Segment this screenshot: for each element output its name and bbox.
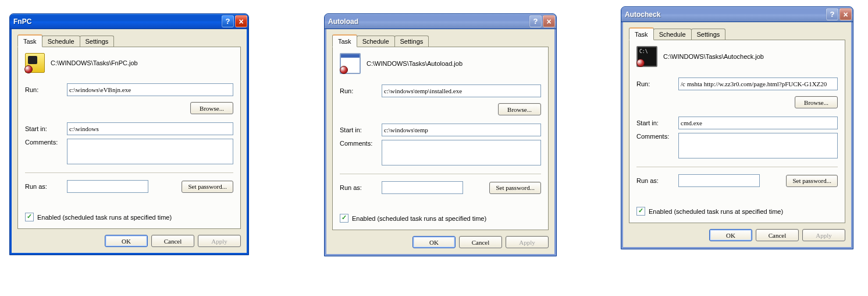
enabled-label: Enabled (scheduled task runs at specifie… <box>649 208 783 215</box>
cancel-button[interactable]: Cancel <box>756 229 799 241</box>
job-path: C:\WINDOWS\Tasks\FnPC.job <box>51 59 138 66</box>
run-input[interactable] <box>67 83 233 96</box>
apply-button[interactable]: Apply <box>198 235 241 247</box>
titlebar[interactable]: FnPC ? × <box>10 14 248 29</box>
start-in-input[interactable] <box>382 124 541 136</box>
set-password-button[interactable]: Set password... <box>489 182 541 194</box>
apply-button[interactable]: Apply <box>802 229 845 241</box>
enabled-checkbox[interactable] <box>636 207 645 216</box>
run-as-label: Run as: <box>25 183 67 190</box>
dialog-buttons: OK Cancel Apply <box>332 236 549 248</box>
browse-button[interactable]: Browse... <box>190 102 233 114</box>
tab-schedule[interactable]: Schedule <box>653 29 692 40</box>
comments-label: Comments: <box>25 139 67 146</box>
comments-input[interactable] <box>678 133 838 158</box>
tab-task[interactable]: Task <box>17 34 42 47</box>
ok-button[interactable]: OK <box>709 229 752 241</box>
separator <box>340 174 541 174</box>
run-as-label: Run as: <box>340 184 382 191</box>
run-label: Run: <box>340 87 382 94</box>
job-path: C:\WINDOWS\Tasks\Autocheck.job <box>663 53 764 60</box>
ok-button[interactable]: OK <box>412 236 456 248</box>
browse-button[interactable]: Browse... <box>498 103 541 115</box>
comments-input[interactable] <box>382 140 541 165</box>
run-as-input[interactable] <box>382 181 463 194</box>
run-input[interactable] <box>678 77 838 90</box>
titlebar[interactable]: Autocheck ? × <box>621 7 853 22</box>
window-title: Autoload <box>328 17 529 26</box>
window-body: Task Schedule Settings C:\WINDOWS\Tasks\… <box>10 29 248 255</box>
tab-settings[interactable]: Settings <box>394 36 429 47</box>
dialog-buttons: OK Cancel Apply <box>629 229 845 241</box>
start-in-label: Start in: <box>636 119 678 126</box>
folder-task-icon <box>25 53 45 73</box>
tabs: Task Schedule Settings <box>17 34 241 47</box>
task-properties-window: Autoload ? × Task Schedule Settings C:\W… <box>324 13 557 256</box>
browse-button[interactable]: Browse... <box>795 96 838 108</box>
tab-settings[interactable]: Settings <box>80 36 115 47</box>
tab-schedule[interactable]: Schedule <box>42 36 80 47</box>
help-button[interactable]: ? <box>826 8 838 20</box>
enabled-row: Enabled (scheduled task runs at specifie… <box>636 207 838 216</box>
task-form: Run: Browse... Start in: Comments: <box>25 83 233 221</box>
enabled-row: Enabled (scheduled task runs at specifie… <box>340 214 541 223</box>
run-label: Run: <box>636 80 678 87</box>
comments-input[interactable] <box>67 139 233 164</box>
tab-page-task: C:\WINDOWS\Tasks\Autocheck.job Run: Brow… <box>629 40 845 223</box>
enabled-checkbox[interactable] <box>340 214 348 223</box>
tab-page-task: C:\WINDOWS\Tasks\FnPC.job Run: Browse...… <box>17 47 241 229</box>
run-as-label: Run as: <box>636 177 678 184</box>
job-header: C:\WINDOWS\Tasks\Autocheck.job <box>636 46 838 67</box>
close-button[interactable]: × <box>543 15 555 27</box>
run-as-input[interactable] <box>678 174 760 187</box>
comments-label: Comments: <box>636 133 678 140</box>
apply-button[interactable]: Apply <box>506 236 549 248</box>
run-label: Run: <box>25 86 67 93</box>
tab-schedule[interactable]: Schedule <box>357 36 395 47</box>
dialog-buttons: OK Cancel Apply <box>17 235 241 247</box>
titlebar-buttons: ? × <box>529 15 555 27</box>
enabled-label: Enabled (scheduled task runs at specifie… <box>37 214 172 221</box>
job-path: C:\WINDOWS\Tasks\Autoload.job <box>367 60 463 67</box>
set-password-button[interactable]: Set password... <box>786 175 838 187</box>
cmd-task-icon <box>636 46 657 67</box>
close-button[interactable]: × <box>235 15 247 27</box>
tab-settings[interactable]: Settings <box>691 29 726 40</box>
titlebar-buttons: ? × <box>222 15 247 27</box>
tabs: Task Schedule Settings <box>629 27 845 40</box>
tab-task[interactable]: Task <box>629 27 654 40</box>
comments-label: Comments: <box>340 140 382 147</box>
job-header: C:\WINDOWS\Tasks\FnPC.job <box>25 53 233 73</box>
titlebar[interactable]: Autoload ? × <box>325 14 556 29</box>
window-task-icon <box>340 53 361 74</box>
task-form: Run: Browse... Start in: Comments: <box>340 84 541 223</box>
start-in-label: Start in: <box>340 126 382 133</box>
tabs: Task Schedule Settings <box>332 34 549 47</box>
set-password-button[interactable]: Set password... <box>182 181 233 193</box>
start-in-label: Start in: <box>25 125 67 132</box>
tab-task[interactable]: Task <box>332 34 357 47</box>
enabled-checkbox[interactable] <box>25 213 34 221</box>
window-body: Task Schedule Settings C:\WINDOWS\Tasks\… <box>621 22 853 249</box>
run-input[interactable] <box>382 84 541 97</box>
separator <box>25 172 233 173</box>
help-button[interactable]: ? <box>529 15 542 27</box>
window-body: Task Schedule Settings C:\WINDOWS\Tasks\… <box>325 29 556 256</box>
job-header: C:\WINDOWS\Tasks\Autoload.job <box>340 53 541 74</box>
window-title: Autocheck <box>625 10 826 19</box>
start-in-input[interactable] <box>678 117 838 129</box>
cancel-button[interactable]: Cancel <box>151 235 194 247</box>
enabled-row: Enabled (scheduled task runs at specifie… <box>25 213 233 221</box>
separator <box>636 167 838 167</box>
cancel-button[interactable]: Cancel <box>459 236 502 248</box>
help-button[interactable]: ? <box>222 15 234 27</box>
task-properties-window: Autocheck ? × Task Schedule Settings C:\… <box>621 6 853 249</box>
close-button[interactable]: × <box>839 8 852 20</box>
start-in-input[interactable] <box>67 122 233 135</box>
window-title: FnPC <box>13 17 222 26</box>
tab-page-task: C:\WINDOWS\Tasks\Autoload.job Run: Brows… <box>332 47 549 230</box>
enabled-label: Enabled (scheduled task runs at specifie… <box>352 215 486 222</box>
run-as-input[interactable] <box>67 180 148 193</box>
titlebar-buttons: ? × <box>826 8 852 20</box>
ok-button[interactable]: OK <box>105 235 148 247</box>
